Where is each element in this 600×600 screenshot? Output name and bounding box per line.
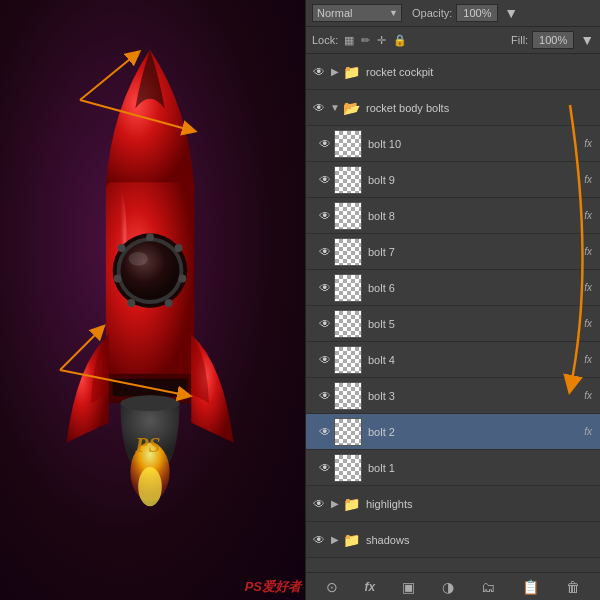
- visibility-icon-bolt8[interactable]: 👁: [316, 207, 334, 225]
- fx-label-bolt8: fx: [584, 210, 592, 221]
- fx-label-bolt3: fx: [584, 390, 592, 401]
- layer-name-bolts-group: rocket body bolts: [360, 102, 596, 114]
- layer-thumb-bolt2: [334, 418, 362, 446]
- expand-arrow-bolts[interactable]: ▼: [328, 99, 342, 117]
- adjustment-layer-btn[interactable]: ◑: [438, 577, 458, 597]
- visibility-icon-shadows[interactable]: 👁: [310, 531, 328, 549]
- visibility-icon-bolt9[interactable]: 👁: [316, 171, 334, 189]
- svg-point-3: [146, 233, 154, 241]
- rocket-illustration-panel: PS PS爱好者: [0, 0, 305, 600]
- fx-label-bolt4: fx: [584, 354, 592, 365]
- delete-layer-btn[interactable]: 🗑: [562, 577, 584, 597]
- expand-arrow-highlights[interactable]: ▶: [328, 495, 342, 513]
- layer-thumb-bolt7: [334, 238, 362, 266]
- fx-label-bolt2: fx: [584, 426, 592, 437]
- visibility-icon-bolt2[interactable]: 👁: [316, 423, 334, 441]
- layer-name-bolt1: bolt 1: [362, 462, 596, 474]
- svg-point-11: [128, 252, 148, 266]
- svg-point-9: [118, 244, 126, 252]
- expand-arrow-shadows[interactable]: ▶: [328, 531, 342, 549]
- visibility-icon-bolt1[interactable]: 👁: [316, 459, 334, 477]
- layer-row-bolt2[interactable]: 👁 bolt 2 fx: [306, 414, 600, 450]
- visibility-icon-highlights[interactable]: 👁: [310, 495, 328, 513]
- visibility-icon-bolt6[interactable]: 👁: [316, 279, 334, 297]
- fill-input[interactable]: 100%: [532, 31, 574, 49]
- layer-row-bolt6[interactable]: 👁 bolt 6 fx: [306, 270, 600, 306]
- visibility-icon-bolt5[interactable]: 👁: [316, 315, 334, 333]
- layer-name-bolt10: bolt 10: [362, 138, 584, 150]
- lock-image-btn[interactable]: ✏: [359, 33, 372, 48]
- layer-row-rocket-cockpit[interactable]: 👁 ▶ 📁 rocket cockpit: [306, 54, 600, 90]
- rocket-svg: PS: [20, 30, 280, 580]
- layer-name-cockpit: rocket cockpit: [360, 66, 596, 78]
- add-mask-btn[interactable]: ▣: [398, 577, 419, 597]
- visibility-icon-bolts-group[interactable]: 👁: [310, 99, 328, 117]
- lock-label: Lock:: [312, 34, 338, 46]
- layer-row-bolt3[interactable]: 👁 bolt 3 fx: [306, 378, 600, 414]
- lock-transparent-btn[interactable]: ▦: [342, 33, 356, 48]
- visibility-icon-bolt7[interactable]: 👁: [316, 243, 334, 261]
- opacity-label: Opacity:: [412, 7, 452, 19]
- add-fx-btn[interactable]: fx: [361, 578, 380, 596]
- fx-label-bolt5: fx: [584, 318, 592, 329]
- layer-name-bolt7: bolt 7: [362, 246, 584, 258]
- folder-icon-highlights: 📁: [342, 495, 360, 513]
- layer-thumb-bolt6: [334, 274, 362, 302]
- opacity-arrow[interactable]: ▼: [504, 5, 518, 21]
- svg-point-7: [127, 299, 135, 307]
- layer-row-rocket-body-bolts[interactable]: 👁 ▼ 📂 rocket body bolts: [306, 90, 600, 126]
- visibility-icon-cockpit[interactable]: 👁: [310, 63, 328, 81]
- layer-thumb-bolt10: [334, 130, 362, 158]
- fill-arrow[interactable]: ▼: [580, 32, 594, 48]
- svg-point-10: [121, 241, 180, 300]
- layer-name-bolt4: bolt 4: [362, 354, 584, 366]
- new-group-btn[interactable]: 🗂: [477, 577, 499, 597]
- lock-position-btn[interactable]: ✛: [375, 33, 388, 48]
- layers-bottom-toolbar: ⊙ fx ▣ ◑ 🗂 📋 🗑: [306, 572, 600, 600]
- layer-name-bolt9: bolt 9: [362, 174, 584, 186]
- svg-point-8: [114, 275, 122, 283]
- layer-row-bolt4[interactable]: 👁 bolt 4 fx: [306, 342, 600, 378]
- layer-name-bolt5: bolt 5: [362, 318, 584, 330]
- visibility-icon-bolt4[interactable]: 👁: [316, 351, 334, 369]
- lock-all-btn[interactable]: 🔒: [391, 33, 409, 48]
- fx-label-bolt10: fx: [584, 138, 592, 149]
- fx-label-bolt9: fx: [584, 174, 592, 185]
- visibility-icon-bolt10[interactable]: 👁: [316, 135, 334, 153]
- layers-toolbar: Normal ▼ Opacity: 100% ▼: [306, 0, 600, 27]
- layer-thumb-bolt3: [334, 382, 362, 410]
- layer-row-bolt8[interactable]: 👁 bolt 8 fx: [306, 198, 600, 234]
- visibility-icon-bolt3[interactable]: 👁: [316, 387, 334, 405]
- layer-row-shadows[interactable]: 👁 ▶ 📁 shadows: [306, 522, 600, 558]
- svg-point-5: [178, 275, 186, 283]
- fill-label: Fill:: [511, 34, 528, 46]
- lock-icons: ▦ ✏ ✛ 🔒: [342, 33, 409, 48]
- fx-label-bolt6: fx: [584, 282, 592, 293]
- folder-icon-bolts: 📂: [342, 99, 360, 117]
- layer-row-bolt7[interactable]: 👁 bolt 7 fx: [306, 234, 600, 270]
- layer-name-bolt3: bolt 3: [362, 390, 584, 402]
- new-layer-btn[interactable]: 📋: [518, 577, 543, 597]
- expand-arrow-cockpit[interactable]: ▶: [328, 63, 342, 81]
- svg-text:PS: PS: [134, 433, 160, 457]
- layers-list[interactable]: 👁 ▶ 📁 rocket cockpit 👁 ▼ 📂 rocket body b…: [306, 54, 600, 572]
- layer-row-bolt9[interactable]: 👁 bolt 9 fx: [306, 162, 600, 198]
- svg-point-14: [121, 395, 180, 411]
- blend-mode-select[interactable]: Normal: [312, 4, 402, 22]
- link-layers-btn[interactable]: ⊙: [322, 577, 342, 597]
- layer-row-highlights[interactable]: 👁 ▶ 📁 highlights: [306, 486, 600, 522]
- svg-point-6: [165, 299, 173, 307]
- layer-row-bolt5[interactable]: 👁 bolt 5 fx: [306, 306, 600, 342]
- layers-panel: Normal ▼ Opacity: 100% ▼ Lock: ▦ ✏ ✛ 🔒 F…: [305, 0, 600, 600]
- lock-fill-row: Lock: ▦ ✏ ✛ 🔒 Fill: 100% ▼: [306, 27, 600, 54]
- layer-row-bolt1[interactable]: 👁 bolt 1: [306, 450, 600, 486]
- layer-thumb-bolt5: [334, 310, 362, 338]
- svg-rect-13: [113, 379, 188, 397]
- watermark: PS爱好者: [245, 578, 301, 596]
- opacity-input[interactable]: 100%: [456, 4, 498, 22]
- layer-name-bolt8: bolt 8: [362, 210, 584, 222]
- folder-icon-shadows: 📁: [342, 531, 360, 549]
- layer-name-highlights: highlights: [360, 498, 596, 510]
- layer-row-bolt10[interactable]: 👁 bolt 10 fx: [306, 126, 600, 162]
- layer-thumb-bolt1: [334, 454, 362, 482]
